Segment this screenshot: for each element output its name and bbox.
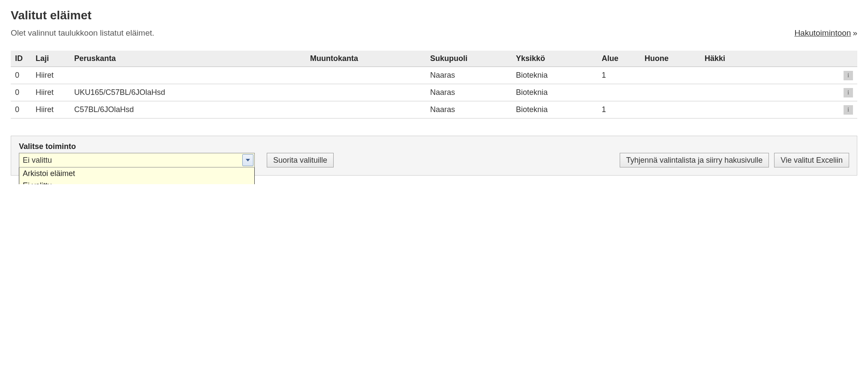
cell-huone bbox=[640, 67, 700, 84]
cell-laji: Hiiret bbox=[31, 84, 70, 101]
cell-huone bbox=[640, 84, 700, 101]
cell-alue: 1 bbox=[597, 67, 640, 84]
action-select-option[interactable]: Arkistoi eläimet bbox=[19, 167, 254, 179]
col-header-peruskanta: Peruskanta bbox=[70, 51, 306, 67]
execute-button[interactable]: Suorita valituille bbox=[267, 153, 334, 167]
export-excel-button[interactable]: Vie valitut Exceliin bbox=[774, 153, 849, 167]
animals-table: ID Laji Peruskanta Muuntokanta Sukupuoli… bbox=[11, 51, 857, 119]
col-header-muuntokanta: Muuntokanta bbox=[306, 51, 426, 67]
info-icon[interactable]: i bbox=[844, 88, 853, 97]
goto-search-link[interactable]: Hakutoimintoon bbox=[794, 28, 857, 38]
page-title: Valitut eläimet bbox=[11, 9, 857, 22]
cell-yksikko: Bioteknia bbox=[512, 101, 597, 119]
action-select-value: Ei valittu bbox=[23, 156, 52, 165]
col-header-alue: Alue bbox=[597, 51, 640, 67]
cell-laji: Hiiret bbox=[31, 67, 70, 84]
subtitle-text: Olet valinnut taulukkoon listatut eläime… bbox=[11, 28, 154, 38]
action-panel: Valitse toiminto Ei valittu Arkistoi elä… bbox=[11, 136, 857, 176]
cell-sukupuoli: Naaras bbox=[426, 101, 512, 119]
col-header-sukupuoli: Sukupuoli bbox=[426, 51, 512, 67]
col-header-laji: Laji bbox=[31, 51, 70, 67]
action-select-options: Arkistoi eläimetEi valittuHyvinvointiong… bbox=[19, 167, 255, 184]
cell-sukupuoli: Naaras bbox=[426, 84, 512, 101]
cell-muuntokanta bbox=[306, 67, 426, 84]
table-row: 0HiiretC57BL/6JOlaHsdNaarasBioteknia1i bbox=[11, 101, 857, 119]
info-icon[interactable]: i bbox=[844, 105, 853, 115]
col-header-yksikko: Yksikkö bbox=[512, 51, 597, 67]
col-header-hakki: Häkki bbox=[700, 51, 839, 67]
col-header-huone: Huone bbox=[640, 51, 700, 67]
action-select-display[interactable]: Ei valittu bbox=[19, 153, 255, 167]
table-row: 0HiiretNaarasBioteknia1i bbox=[11, 67, 857, 84]
cell-yksikko: Bioteknia bbox=[512, 84, 597, 101]
col-header-id: ID bbox=[11, 51, 31, 67]
action-select-option[interactable]: Ei valittu bbox=[19, 179, 254, 184]
info-icon[interactable]: i bbox=[844, 71, 853, 80]
cell-huone bbox=[640, 101, 700, 119]
cell-id: 0 bbox=[11, 67, 31, 84]
table-header-row: ID Laji Peruskanta Muuntokanta Sukupuoli… bbox=[11, 51, 857, 67]
cell-sukupuoli: Naaras bbox=[426, 67, 512, 84]
action-select[interactable]: Ei valittu Arkistoi eläimetEi valittuHyv… bbox=[19, 153, 255, 167]
table-row: 0HiiretUKU165/C57BL/6JOlaHsdNaarasBiotek… bbox=[11, 84, 857, 101]
cell-muuntokanta bbox=[306, 101, 426, 119]
chevron-down-icon[interactable] bbox=[242, 154, 253, 166]
cell-yksikko: Bioteknia bbox=[512, 67, 597, 84]
action-select-label: Valitse toiminto bbox=[19, 142, 849, 151]
cell-peruskanta: UKU165/C57BL/6JOlaHsd bbox=[70, 84, 306, 101]
cell-laji: Hiiret bbox=[31, 101, 70, 119]
cell-hakki bbox=[700, 84, 839, 101]
clear-and-goto-search-button[interactable]: Tyhjennä valintalista ja siirry hakusivu… bbox=[620, 153, 769, 167]
subtitle-row: Olet valinnut taulukkoon listatut eläime… bbox=[11, 28, 857, 38]
cell-hakki bbox=[700, 101, 839, 119]
cell-muuntokanta bbox=[306, 84, 426, 101]
cell-alue: 1 bbox=[597, 101, 640, 119]
cell-alue bbox=[597, 84, 640, 101]
cell-hakki bbox=[700, 67, 839, 84]
cell-peruskanta: C57BL/6JOlaHsd bbox=[70, 101, 306, 119]
cell-id: 0 bbox=[11, 101, 31, 119]
cell-id: 0 bbox=[11, 84, 31, 101]
cell-peruskanta bbox=[70, 67, 306, 84]
